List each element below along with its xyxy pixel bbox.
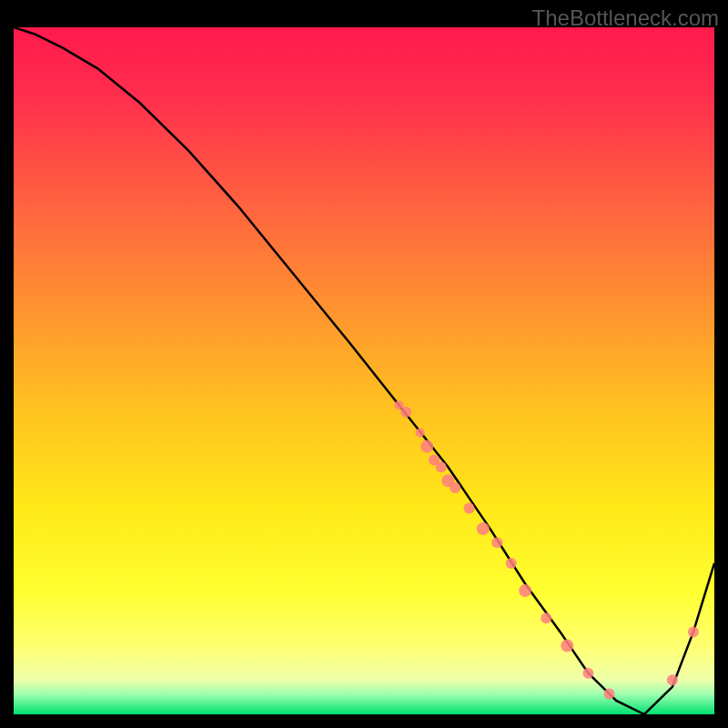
highlight-point bbox=[420, 440, 433, 453]
highlight-point bbox=[604, 688, 615, 699]
highlight-point bbox=[561, 640, 573, 652]
highlight-point bbox=[541, 612, 551, 623]
watermark-text: TheBottleneck.com bbox=[532, 5, 719, 31]
chart-container: TheBottleneck.com bbox=[0, 0, 728, 728]
highlight-point bbox=[436, 461, 447, 472]
highlight-point bbox=[416, 429, 425, 438]
highlight-point bbox=[688, 626, 699, 637]
chart-svg bbox=[14, 27, 714, 714]
gradient-background bbox=[14, 27, 714, 714]
highlight-point bbox=[506, 558, 517, 569]
highlight-point bbox=[464, 503, 475, 514]
highlight-point bbox=[519, 584, 531, 597]
highlight-point bbox=[667, 674, 678, 685]
highlight-point bbox=[450, 482, 460, 493]
plot-area bbox=[14, 27, 714, 714]
highlight-point bbox=[400, 407, 411, 418]
highlight-point bbox=[491, 537, 502, 548]
highlight-point bbox=[582, 668, 593, 679]
highlight-point bbox=[477, 522, 490, 535]
